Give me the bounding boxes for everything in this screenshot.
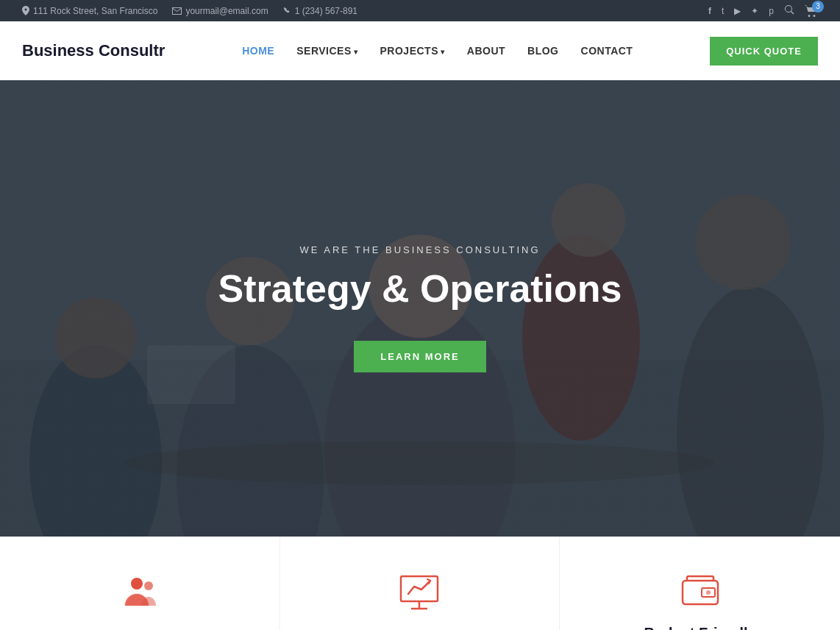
- facebook-link[interactable]: f: [708, 6, 711, 16]
- svg-point-14: [131, 578, 143, 590]
- address-item: 111 Rock Street, San Francisco: [22, 6, 157, 16]
- svg-point-15: [144, 581, 153, 590]
- card-title-2: Budget Friendly: [589, 625, 811, 630]
- email-item: yourmail@email.com: [172, 6, 268, 16]
- card-expert-advisor: Expert Advisor Quas aliquam provident ul…: [0, 537, 280, 630]
- youtube-link[interactable]: ▶: [734, 6, 741, 16]
- email-text: yourmail@email.com: [185, 6, 268, 16]
- learn-more-button[interactable]: LEARN MORE: [354, 341, 485, 372]
- nav-item-services[interactable]: SERVICES: [296, 44, 357, 57]
- cart-wrap[interactable]: 3: [805, 5, 818, 17]
- nav-links: HOME SERVICES PROJECTS ABOUT BLOG CONTAC…: [242, 44, 633, 57]
- top-bar-left: 111 Rock Street, San Francisco yourmail@…: [22, 6, 357, 16]
- hero-content: WE ARE THE BUSINESS CONSULTING Strategy …: [218, 244, 622, 372]
- search-link[interactable]: [784, 4, 794, 17]
- card-icon-wallet: [589, 573, 811, 607]
- twitter-link[interactable]: t: [722, 6, 724, 16]
- nav-link-about[interactable]: ABOUT: [467, 45, 505, 57]
- svg-rect-19: [683, 581, 718, 604]
- phone-icon: [283, 7, 291, 15]
- cards-section: Expert Advisor Quas aliquam provident ul…: [0, 537, 840, 630]
- email-icon: [172, 7, 182, 15]
- card-icon-chart: [310, 573, 530, 612]
- nav-item-projects[interactable]: PROJECTS: [380, 44, 445, 57]
- hero-title: Strategy & Operations: [218, 267, 622, 311]
- hero-section: WE ARE THE BUSINESS CONSULTING Strategy …: [0, 80, 840, 537]
- nav-item-about[interactable]: ABOUT: [467, 44, 505, 57]
- phone-text: 1 (234) 567-891: [295, 6, 357, 16]
- phone-item: 1 (234) 567-891: [283, 6, 357, 16]
- nav-link-contact[interactable]: CONTACT: [581, 45, 633, 57]
- nav-link-services[interactable]: SERVICES: [296, 45, 357, 57]
- instagram-link[interactable]: ✦: [751, 6, 758, 16]
- svg-point-21: [706, 590, 711, 595]
- search-icon: [784, 4, 794, 15]
- navbar: Business Consultr HOME SERVICES PROJECTS…: [0, 21, 840, 80]
- hero-subtitle: WE ARE THE BUSINESS CONSULTING: [218, 244, 622, 255]
- address-text: 111 Rock Street, San Francisco: [33, 6, 157, 16]
- nav-item-blog[interactable]: BLOG: [527, 44, 558, 57]
- people-icon: [118, 573, 162, 610]
- quick-quote-button[interactable]: QUICK QUOTE: [710, 37, 818, 66]
- card-budget-friendly: Budget Friendly Quas aliquam provident u…: [560, 537, 840, 630]
- top-bar-right: f t ▶ ✦ p 3: [708, 4, 818, 17]
- pinterest-link[interactable]: p: [769, 6, 774, 16]
- card-advanced-analysis: Advanced Analysis Quas aliquam provident…: [280, 537, 560, 630]
- nav-item-home[interactable]: HOME: [242, 44, 274, 57]
- nav-link-projects[interactable]: PROJECTS: [380, 45, 445, 57]
- nav-link-blog[interactable]: BLOG: [527, 45, 558, 57]
- nav-item-contact[interactable]: CONTACT: [581, 44, 633, 57]
- top-bar: 111 Rock Street, San Francisco yourmail@…: [0, 0, 840, 21]
- location-icon: [22, 6, 29, 15]
- chart-icon: [398, 573, 441, 612]
- nav-link-home[interactable]: HOME: [242, 45, 274, 57]
- brand-logo[interactable]: Business Consultr: [22, 41, 165, 60]
- wallet-icon: [680, 573, 721, 607]
- cart-badge: 3: [812, 1, 824, 13]
- card-icon-people: [29, 573, 250, 610]
